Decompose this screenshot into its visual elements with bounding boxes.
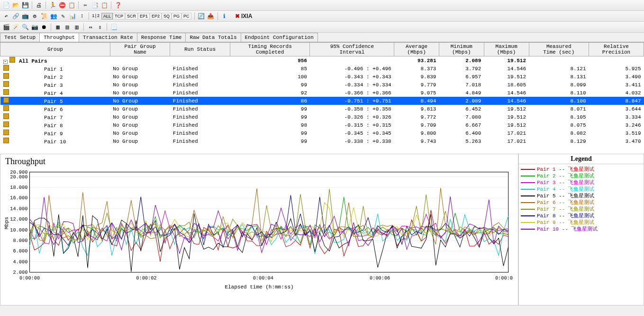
legend-item[interactable]: Pair 2 -- 飞鱼星测试 bbox=[521, 173, 642, 179]
filter-pc[interactable]: PC bbox=[181, 13, 191, 19]
record-icon[interactable]: ⏺ bbox=[40, 23, 48, 31]
new-icon[interactable]: 📄 bbox=[2, 1, 10, 9]
edit-icon[interactable]: ✎ bbox=[59, 12, 67, 20]
summary-row[interactable]: - All Pairs95693.2812.08919.512 bbox=[0, 56, 644, 65]
camera-icon[interactable]: 📷 bbox=[31, 23, 38, 31]
collapse-icon[interactable]: - bbox=[3, 60, 8, 64]
tab-response-time[interactable]: Response Time bbox=[137, 33, 186, 42]
collapse-icon[interactable]: ⇕ bbox=[96, 23, 104, 31]
clear-icon[interactable]: 📋 bbox=[68, 1, 75, 9]
legend-line-icon bbox=[521, 215, 535, 216]
column-header[interactable]: 95% Confidence Interval bbox=[310, 43, 394, 56]
pair-icon[interactable]: 👥 bbox=[50, 12, 57, 20]
throughput-chart[interactable]: 2.0004.0006.0008.00010.00012.00014.00016… bbox=[5, 169, 513, 283]
layout2-icon[interactable]: ▥ bbox=[73, 23, 81, 31]
layout1-icon[interactable]: ▤ bbox=[63, 23, 71, 31]
table-row[interactable]: Pair 5No GroupFinished86-0.751 : +0.7518… bbox=[0, 97, 644, 105]
column-header[interactable]: Run Status bbox=[170, 43, 230, 56]
zoom-icon[interactable]: 🔍 bbox=[21, 23, 29, 31]
legend-item[interactable]: Pair 8 -- 飞鱼星测试 bbox=[521, 213, 642, 219]
legend-item[interactable]: Pair 3 -- 飞鱼星测试 bbox=[521, 179, 642, 186]
table-row[interactable]: Pair 3No GroupFinished99-0.334 : +0.3349… bbox=[0, 81, 644, 89]
legend-item[interactable]: Pair 7 -- 飞鱼星测试 bbox=[521, 206, 642, 213]
separator bbox=[218, 12, 218, 20]
tab-transaction-rate[interactable]: Transaction Rate bbox=[79, 33, 137, 42]
table-row[interactable]: Pair 7No GroupFinished99-0.326 : +0.3269… bbox=[0, 113, 644, 121]
paste-icon[interactable]: 📋 bbox=[100, 1, 108, 9]
undo-icon[interactable]: ↶ bbox=[2, 12, 10, 20]
legend-item[interactable]: Pair 10 -- 飞鱼星测试 bbox=[521, 226, 642, 232]
run-icon[interactable]: 🏃 bbox=[49, 1, 56, 9]
table-row[interactable]: Pair 9No GroupFinished99-0.345 : +0.3459… bbox=[0, 129, 644, 137]
filter-pg[interactable]: PG bbox=[172, 13, 181, 19]
table-row[interactable]: Pair 2No GroupFinished100-0.343 : +0.343… bbox=[0, 73, 644, 81]
tab-endpoint-configuration[interactable]: Endpoint Configuration bbox=[241, 33, 318, 42]
tab-raw-data-totals[interactable]: Raw Data Totals bbox=[185, 33, 241, 42]
svg-text:4.000: 4.000 bbox=[13, 259, 28, 265]
column-header[interactable]: Timing Records Completed bbox=[230, 43, 310, 56]
group-icon[interactable]: 📊 bbox=[69, 12, 76, 20]
table-row[interactable]: Pair 10No GroupFinished99-0.338 : +0.338… bbox=[0, 137, 644, 145]
svg-text:10.000: 10.000 bbox=[10, 227, 27, 233]
copy-icon[interactable]: 📑 bbox=[91, 1, 99, 9]
column-header[interactable]: Average (Mbps) bbox=[394, 43, 439, 56]
toolbar-row-3: 🎬 🪄 🔍 📷 ⏺ ▦ ▤ ▥ ⇔ ⇕ 📃 bbox=[0, 22, 644, 33]
column-header[interactable]: Minimum (Mbps) bbox=[439, 43, 484, 56]
legend-item[interactable]: Pair 6 -- 飞鱼星测试 bbox=[521, 199, 642, 206]
save-icon[interactable]: 💾 bbox=[21, 1, 29, 9]
sort-icon[interactable]: ↕ bbox=[78, 12, 86, 20]
filter-all[interactable]: ALL bbox=[101, 13, 113, 19]
page-icon[interactable]: 📃 bbox=[110, 23, 118, 31]
stop-icon[interactable]: ⛔ bbox=[58, 1, 66, 9]
column-header[interactable]: Pair Group Name bbox=[110, 43, 170, 56]
tv-icon[interactable]: 📺 bbox=[21, 12, 29, 20]
filter-tcp[interactable]: TCP bbox=[113, 13, 125, 19]
legend-items: Pair 1 -- 飞鱼星测试Pair 2 -- 飞鱼星测试Pair 3 -- … bbox=[519, 164, 644, 234]
svg-text:8.000: 8.000 bbox=[13, 238, 28, 243]
separator bbox=[83, 23, 84, 31]
info-icon[interactable]: ℹ bbox=[221, 12, 228, 20]
svg-text:12.000: 12.000 bbox=[10, 216, 27, 222]
svg-text:6.000: 6.000 bbox=[13, 248, 28, 254]
legend-item[interactable]: Pair 9 -- 飞鱼星测试 bbox=[521, 219, 642, 226]
legend-item[interactable]: Pair 4 -- 飞鱼星测试 bbox=[521, 186, 642, 193]
table-row[interactable]: Pair 1No GroupFinished85-0.496 : +0.4968… bbox=[0, 65, 644, 73]
filter-ep1[interactable]: EP1 bbox=[138, 13, 150, 19]
legend-line-icon bbox=[521, 209, 535, 210]
config-icon[interactable]: ⚙ bbox=[31, 12, 38, 20]
refresh-icon[interactable]: 🔄 bbox=[198, 12, 205, 20]
script-icon[interactable]: 📜 bbox=[40, 12, 48, 20]
expand-icon[interactable]: ⇔ bbox=[87, 23, 94, 31]
filter-ep2[interactable]: EP2 bbox=[150, 13, 162, 19]
table-row[interactable]: Pair 6No GroupFinished99-0.358 : +0.3589… bbox=[0, 105, 644, 113]
legend-line-icon bbox=[521, 169, 535, 170]
separator bbox=[89, 12, 89, 20]
number-icon[interactable]: 1|2 bbox=[92, 12, 100, 20]
table-row[interactable]: Pair 4No GroupFinished92-0.366 : +0.3669… bbox=[0, 89, 644, 97]
column-header[interactable]: Group bbox=[0, 43, 110, 56]
movie-icon[interactable]: 🎬 bbox=[2, 23, 10, 31]
pair-icon bbox=[3, 89, 9, 95]
open-icon[interactable]: 📂 bbox=[12, 1, 19, 9]
export-icon[interactable]: 📤 bbox=[207, 12, 215, 20]
legend-item[interactable]: Pair 5 -- 飞鱼星测试 bbox=[521, 193, 642, 199]
column-header[interactable]: Relative Precision bbox=[589, 43, 644, 56]
column-header[interactable]: Measured Time (sec) bbox=[529, 43, 589, 56]
tab-throughput[interactable]: Throughput bbox=[39, 33, 79, 42]
tab-test-setup[interactable]: Test Setup bbox=[0, 33, 40, 42]
grid-icon[interactable]: ▦ bbox=[54, 23, 62, 31]
column-header[interactable]: Maximum (Mbps) bbox=[484, 43, 529, 56]
table-row[interactable]: Pair 8No GroupFinished98-0.315 : +0.3159… bbox=[0, 121, 644, 129]
chain-icon[interactable]: 🔗 bbox=[12, 12, 19, 20]
legend-item[interactable]: Pair 1 -- 飞鱼星测试 bbox=[521, 166, 642, 173]
cut-icon[interactable]: ✂ bbox=[82, 1, 89, 9]
filter-scr[interactable]: SCR bbox=[125, 13, 138, 19]
print-icon[interactable]: 🖨 bbox=[35, 1, 43, 9]
help-icon[interactable]: ❓ bbox=[114, 1, 122, 9]
table-header-row: GroupPair Group NameRun StatusTiming Rec… bbox=[0, 43, 644, 56]
toolbar-row-1: 📄 📂 💾 🖨 🏃 ⛔ 📋 ✂ 📑 📋 ❓ bbox=[0, 0, 644, 11]
svg-rect-27 bbox=[30, 172, 508, 272]
filter-sq[interactable]: SQ bbox=[162, 13, 172, 19]
wand-icon[interactable]: 🪄 bbox=[12, 23, 19, 31]
legend-line-icon bbox=[521, 195, 535, 196]
